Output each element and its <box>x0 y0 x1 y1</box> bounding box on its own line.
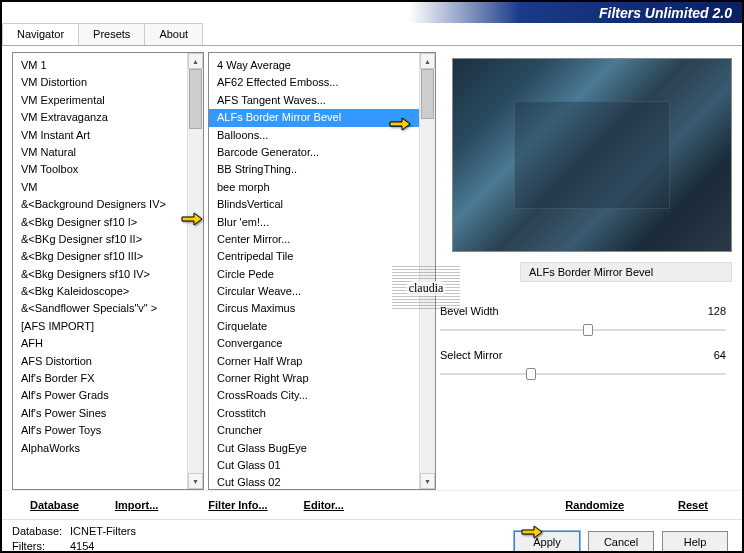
list-item[interactable]: Cut Glass 02 <box>209 474 435 489</box>
list-item[interactable]: AFS Distortion <box>13 353 203 370</box>
list-item[interactable]: Alf's Power Grads <box>13 387 203 404</box>
list-item[interactable]: Cut Glass 01 <box>209 457 435 474</box>
scroll-down-icon[interactable]: ▼ <box>420 473 435 489</box>
list-item[interactable]: VM Extravaganza <box>13 109 203 126</box>
list-item[interactable]: [AFS IMPORT] <box>13 318 203 335</box>
scroll-thumb[interactable] <box>189 69 202 129</box>
preview-panel: ALFs Border Mirror Bevel Bevel Width128S… <box>440 52 732 490</box>
param-value: 128 <box>708 305 726 317</box>
list-item[interactable]: Center Mirror... <box>209 231 435 248</box>
main-content: VM 1VM DistortionVM ExperimentalVM Extra… <box>2 46 742 490</box>
filter-title-row: ALFs Border Mirror Bevel <box>440 262 732 282</box>
filters-label: Filters: <box>12 539 70 553</box>
status-info: Database:ICNET-Filters Filters:4154 <box>12 524 136 553</box>
list-item[interactable]: Centripedal Tile <box>209 248 435 265</box>
list-item[interactable]: Corner Half Wrap <box>209 353 435 370</box>
list-item[interactable]: AlphaWorks <box>13 440 203 457</box>
list-item[interactable]: ALFs Border Mirror Bevel <box>209 109 435 126</box>
scroll-thumb[interactable] <box>421 69 434 119</box>
list-item[interactable]: Balloons... <box>209 127 435 144</box>
tab-bar: Navigator Presets About <box>2 23 742 46</box>
list-item[interactable]: &<Bkg Kaleidoscope> <box>13 283 203 300</box>
reset-button[interactable]: Reset <box>660 495 726 515</box>
database-value: ICNET-Filters <box>70 525 136 537</box>
preview-image <box>452 58 732 252</box>
list-item[interactable]: Alf's Power Sines <box>13 405 203 422</box>
list-item[interactable]: Cirquelate <box>209 318 435 335</box>
status-bar: Database:ICNET-Filters Filters:4154 Appl… <box>2 519 742 553</box>
list-item[interactable]: bee morph <box>209 179 435 196</box>
list-item[interactable]: &<Bkg Designer sf10 I> <box>13 214 203 231</box>
toolbar: Database Import... Filter Info... Editor… <box>2 490 742 519</box>
list-item[interactable]: CrossRoads City... <box>209 387 435 404</box>
header: Filters Unlimited 2.0 <box>2 2 742 24</box>
filter-info-button[interactable]: Filter Info... <box>190 495 285 515</box>
tab-about[interactable]: About <box>144 23 203 45</box>
list-item[interactable]: &<Bkg Designer sf10 III> <box>13 248 203 265</box>
list-item[interactable]: VM <box>13 179 203 196</box>
tab-navigator[interactable]: Navigator <box>2 23 79 45</box>
param-label: Select Mirror <box>440 349 502 361</box>
database-label: Database: <box>12 524 70 539</box>
list-item[interactable]: Corner Right Wrap <box>209 370 435 387</box>
parameters-panel: Bevel Width128Select Mirror64 <box>440 302 732 382</box>
list-item[interactable]: BB StringThing.. <box>209 161 435 178</box>
list-item[interactable]: AFH <box>13 335 203 352</box>
list-item[interactable]: Convergance <box>209 335 435 352</box>
scroll-up-icon[interactable]: ▲ <box>420 53 435 69</box>
category-list-panel: VM 1VM DistortionVM ExperimentalVM Extra… <box>12 52 204 490</box>
param-slider[interactable] <box>440 322 726 338</box>
list-item[interactable]: Alf's Border FX <box>13 370 203 387</box>
list-item[interactable]: Alf's Power Toys <box>13 422 203 439</box>
help-button[interactable]: Help <box>662 531 728 553</box>
list-item[interactable]: &<Sandflower Specials"v" > <box>13 300 203 317</box>
list-item[interactable]: &<Bkg Designers sf10 IV> <box>13 266 203 283</box>
list-item[interactable]: VM Distortion <box>13 74 203 91</box>
action-buttons: Apply Cancel Help <box>514 531 732 553</box>
list-item[interactable]: VM 1 <box>13 57 203 74</box>
list-item[interactable]: VM Toolbox <box>13 161 203 178</box>
list-item[interactable]: Blur 'em!... <box>209 214 435 231</box>
apply-button[interactable]: Apply <box>514 531 580 553</box>
filter-name-label: ALFs Border Mirror Bevel <box>520 262 732 282</box>
database-button[interactable]: Database <box>12 495 97 515</box>
tab-presets[interactable]: Presets <box>78 23 145 45</box>
category-listbox[interactable]: VM 1VM DistortionVM ExperimentalVM Extra… <box>13 53 203 489</box>
list-item[interactable]: VM Natural <box>13 144 203 161</box>
list-item[interactable]: AF62 Effected Emboss... <box>209 74 435 91</box>
param-slider[interactable] <box>440 366 726 382</box>
list-item[interactable]: &<BKg Designer sf10 II> <box>13 231 203 248</box>
list-item[interactable]: VM Instant Art <box>13 127 203 144</box>
scrollbar[interactable]: ▲ ▼ <box>187 53 203 489</box>
list-item[interactable]: VM Experimental <box>13 92 203 109</box>
list-item[interactable]: BlindsVertical <box>209 196 435 213</box>
import-button[interactable]: Import... <box>97 495 176 515</box>
list-item[interactable]: Crosstitch <box>209 405 435 422</box>
param-value: 64 <box>714 349 726 361</box>
editor-button[interactable]: Editor... <box>286 495 362 515</box>
list-item[interactable]: Cruncher <box>209 422 435 439</box>
randomize-button[interactable]: Randomize <box>547 495 642 515</box>
param-row: Select Mirror64 <box>440 346 726 364</box>
filters-count: 4154 <box>70 540 94 552</box>
list-item[interactable]: 4 Way Average <box>209 57 435 74</box>
param-row: Bevel Width128 <box>440 302 726 320</box>
list-item[interactable]: Barcode Generator... <box>209 144 435 161</box>
list-item[interactable]: AFS Tangent Waves... <box>209 92 435 109</box>
app-title: Filters Unlimited 2.0 <box>599 5 732 21</box>
list-item[interactable]: &<Background Designers IV> <box>13 196 203 213</box>
watermark: claudia <box>392 266 460 310</box>
list-item[interactable]: Cut Glass BugEye <box>209 440 435 457</box>
scroll-down-icon[interactable]: ▼ <box>188 473 203 489</box>
cancel-button[interactable]: Cancel <box>588 531 654 553</box>
scroll-up-icon[interactable]: ▲ <box>188 53 203 69</box>
